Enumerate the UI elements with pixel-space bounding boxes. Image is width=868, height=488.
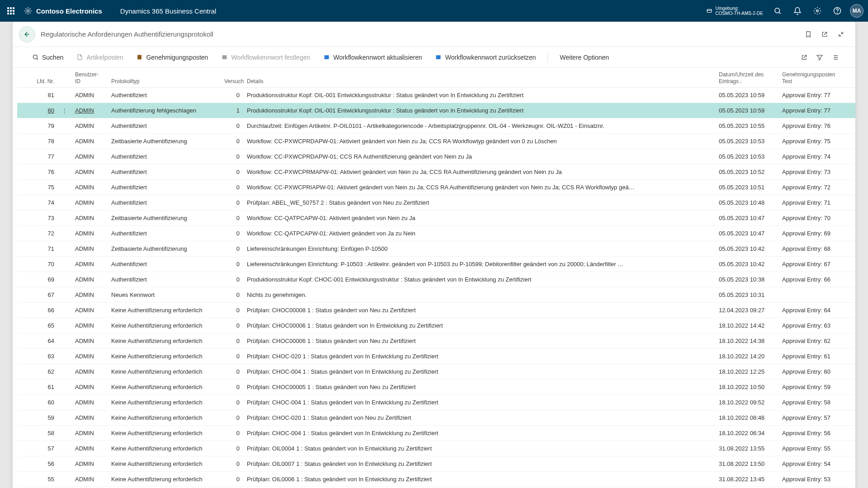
table-row[interactable]: 61⋮ADMINKeine Authentifizierung erforder…: [17, 380, 855, 395]
col-try[interactable]: Versuch: [221, 78, 243, 84]
list-view-button[interactable]: [827, 47, 843, 68]
cell-user[interactable]: ADMIN: [71, 291, 108, 298]
cell-nr[interactable]: 58: [17, 430, 58, 436]
cell-user[interactable]: ADMIN: [71, 215, 108, 221]
cell-user[interactable]: ADMIN: [71, 353, 108, 360]
product-name[interactable]: Dynamics 365 Business Central: [120, 7, 217, 15]
table-row[interactable]: 81⋮ADMINAuthentifiziert0Produktionsstruk…: [17, 88, 855, 103]
cell-user[interactable]: ADMIN: [71, 399, 108, 406]
settings-button[interactable]: [807, 0, 827, 22]
cell-user[interactable]: ADMIN: [71, 338, 108, 344]
cell-nr[interactable]: 64: [17, 338, 58, 344]
cell-nr[interactable]: 69: [17, 276, 58, 283]
cell-user[interactable]: ADMIN: [71, 184, 108, 191]
cell-user[interactable]: ADMIN: [71, 368, 108, 375]
table-row[interactable]: 57⋮ADMINKeine Authentifizierung erforder…: [17, 441, 855, 456]
table-row[interactable]: 73⋮ADMINZeitbasierte Authentifizierung0W…: [17, 211, 855, 226]
collapse-button[interactable]: [833, 26, 849, 42]
table-row[interactable]: 78⋮ADMINZeitbasierte Authentifizierung0W…: [17, 134, 855, 149]
cell-nr[interactable]: 56: [17, 460, 58, 467]
col-user[interactable]: Benutzer-ID: [71, 71, 108, 84]
share-button[interactable]: [797, 47, 812, 68]
table-row[interactable]: 67⋮ADMINNeues Kennwort0Nichts zu genehmi…: [17, 287, 855, 303]
bookmark-button[interactable]: [800, 26, 816, 42]
cell-nr[interactable]: 66: [17, 307, 58, 314]
table-row[interactable]: 59⋮ADMINKeine Authentifizierung erforder…: [17, 410, 855, 426]
cell-nr[interactable]: 81: [17, 92, 58, 99]
col-type[interactable]: Protokolltyp: [108, 78, 221, 84]
cell-nr[interactable]: 65: [17, 322, 58, 329]
cell-user[interactable]: ADMIN: [71, 445, 108, 452]
cell-nr[interactable]: 74: [17, 199, 58, 206]
cell-nr[interactable]: 60: [17, 399, 58, 406]
table-row[interactable]: 63⋮ADMINKeine Authentifizierung erforder…: [17, 349, 855, 364]
table-row[interactable]: 77⋮ADMINAuthentifiziert0Workflow: CC-PXW…: [17, 149, 855, 164]
wf-update-action[interactable]: Workflowkennwort aktualisieren: [316, 47, 429, 67]
company-logo[interactable]: Contoso Electronics: [24, 6, 102, 15]
cell-user[interactable]: ADMIN: [71, 107, 108, 114]
row-menu-icon[interactable]: ⋮: [61, 107, 67, 114]
table-row[interactable]: 55⋮ADMINKeine Authentifizierung erforder…: [17, 472, 855, 487]
table-row[interactable]: 66⋮ADMINKeine Authentifizierung erforder…: [17, 303, 855, 318]
cell-nr[interactable]: 55: [17, 476, 58, 483]
environment-selector[interactable]: Umgebung: COSMO-TH-AMS-2-DE: [706, 6, 763, 16]
table-body[interactable]: 81⋮ADMINAuthentifiziert0Produktionsstruk…: [17, 88, 855, 488]
cell-user[interactable]: ADMIN: [71, 460, 108, 467]
cell-nr[interactable]: 71: [17, 245, 58, 252]
table-row[interactable]: 76⋮ADMINAuthentifiziert0Workflow: CC-PXW…: [17, 164, 855, 180]
cell-nr[interactable]: 73: [17, 215, 58, 221]
help-button[interactable]: [827, 0, 847, 22]
table-row[interactable]: 56⋮ADMINKeine Authentifizierung erforder…: [17, 456, 855, 472]
search-action[interactable]: Suchen: [25, 47, 70, 67]
cell-nr[interactable]: 72: [17, 230, 58, 237]
cell-user[interactable]: ADMIN: [71, 138, 108, 145]
table-row[interactable]: 65⋮ADMINKeine Authentifizierung erforder…: [17, 318, 855, 333]
filter-button[interactable]: [812, 47, 827, 68]
wf-reset-action[interactable]: Workflowkennwort zurücksetzen: [429, 47, 542, 67]
table-row[interactable]: 64⋮ADMINKeine Authentifizierung erforder…: [17, 333, 855, 349]
col-approval[interactable]: GenehmigungspostenText: [778, 71, 846, 84]
cell-nr[interactable]: 75: [17, 184, 58, 191]
cell-user[interactable]: ADMIN: [71, 169, 108, 175]
cell-user[interactable]: ADMIN: [71, 245, 108, 252]
app-launcher-button[interactable]: [0, 0, 22, 22]
user-avatar[interactable]: MA: [850, 4, 863, 18]
cell-nr[interactable]: 76: [17, 169, 58, 175]
cell-nr[interactable]: 67: [17, 291, 58, 298]
back-button[interactable]: [19, 26, 35, 42]
cell-nr[interactable]: 62: [17, 368, 58, 375]
cell-user[interactable]: ADMIN: [71, 322, 108, 329]
more-options-action[interactable]: Weitere Optionen: [553, 47, 615, 67]
cell-user[interactable]: ADMIN: [71, 122, 108, 129]
cell-nr[interactable]: 61: [17, 384, 58, 390]
col-nr[interactable]: Lfd. Nr.: [17, 78, 58, 84]
cell-nr[interactable]: 78: [17, 138, 58, 145]
table-row[interactable]: 58⋮ADMINKeine Authentifizierung erforder…: [17, 426, 855, 441]
cell-nr[interactable]: 79: [17, 122, 58, 129]
cell-user[interactable]: ADMIN: [71, 476, 108, 483]
cell-nr[interactable]: 63: [17, 353, 58, 360]
table-row[interactable]: 69⋮ADMINAuthentifiziert0Produktionsstruk…: [17, 272, 855, 287]
search-button[interactable]: [768, 0, 788, 22]
table-row[interactable]: 70⋮ADMINAuthentifiziert0Liefereinschränk…: [17, 257, 855, 272]
table-row[interactable]: 75⋮ADMINAuthentifiziert0Workflow: CC-PXW…: [17, 180, 855, 195]
table-row[interactable]: 62⋮ADMINKeine Authentifizierung erforder…: [17, 364, 855, 380]
cell-nr[interactable]: 57: [17, 445, 58, 452]
cell-nr[interactable]: 70: [17, 261, 58, 267]
cell-user[interactable]: ADMIN: [71, 414, 108, 421]
col-date[interactable]: Datum/Uhrzeit desEintrags↓: [715, 71, 778, 84]
col-details[interactable]: Details: [243, 78, 715, 84]
cell-user[interactable]: ADMIN: [71, 92, 108, 99]
cell-user[interactable]: ADMIN: [71, 230, 108, 237]
table-row[interactable]: 71⋮ADMINZeitbasierte Authentifizierung0L…: [17, 241, 855, 257]
table-row[interactable]: 80⋮ADMINAuthentifizierung fehlgeschlagen…: [17, 103, 855, 118]
cell-user[interactable]: ADMIN: [71, 307, 108, 314]
notifications-button[interactable]: [788, 0, 807, 22]
cell-user[interactable]: ADMIN: [71, 384, 108, 390]
cell-nr[interactable]: 80: [17, 107, 58, 114]
genehmigungsposten-action[interactable]: Genehmigungsposten: [129, 47, 214, 67]
table-row[interactable]: 60⋮ADMINKeine Authentifizierung erforder…: [17, 395, 855, 410]
table-row[interactable]: 79⋮ADMINAuthentifiziert0Durchlaufzeit: E…: [17, 118, 855, 134]
table-row[interactable]: 74⋮ADMINAuthentifiziert0Prüfplan: ABEL_W…: [17, 195, 855, 211]
cell-nr[interactable]: 59: [17, 414, 58, 421]
